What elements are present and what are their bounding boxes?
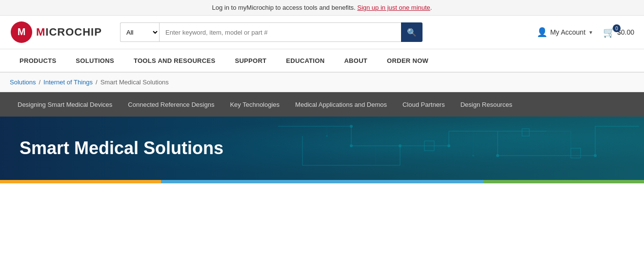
hero-title: Smart Medical Solutions <box>20 138 223 158</box>
sub-nav: Designing Smart Medical Devices Connecte… <box>0 92 644 117</box>
search-category-select[interactable]: All <box>120 22 159 42</box>
my-account-label: My Account <box>550 28 585 36</box>
breadcrumb-solutions[interactable]: Solutions <box>10 79 36 86</box>
search-button[interactable]: 🔍 <box>401 22 423 42</box>
color-bar <box>0 180 644 183</box>
nav-item-support[interactable]: SUPPORT <box>225 49 276 72</box>
nav-item-solutions[interactable]: SOLUTIONS <box>66 49 124 72</box>
subnav-cloud[interactable]: Cloud Partners <box>395 94 453 115</box>
svg-rect-21 <box>522 129 529 136</box>
subnav-key-tech[interactable]: Key Technologies <box>222 94 287 115</box>
svg-point-15 <box>350 144 353 147</box>
subnav-connected[interactable]: Connected Reference Designs <box>120 94 222 115</box>
hero-section: Smart Medical Solutions <box>0 117 644 180</box>
svg-point-14 <box>350 125 353 128</box>
breadcrumb-current: Smart Medical Solutions <box>101 79 169 86</box>
svg-rect-22 <box>571 148 581 158</box>
svg-point-18 <box>496 154 499 157</box>
chevron-down-icon: ▼ <box>588 30 593 35</box>
nav-item-about[interactable]: ABOUT <box>334 49 377 72</box>
svg-point-19 <box>594 154 597 157</box>
main-nav: PRODUCTS SOLUTIONS TOOLS AND RESOURCES S… <box>0 49 644 73</box>
svg-point-29 <box>472 155 474 157</box>
nav-item-products[interactable]: PRODUCTS <box>10 49 66 72</box>
header-right: 👤 My Account ▼ 0 🛒 $0.00 <box>537 26 634 38</box>
cart-button[interactable]: 0 🛒 $0.00 <box>603 26 634 38</box>
cart-badge: 0 <box>613 24 621 32</box>
color-bar-green <box>483 180 644 183</box>
subnav-designing[interactable]: Designing Smart Medical Devices <box>10 94 120 115</box>
circuit-pattern-icon <box>254 117 644 180</box>
logo-text: MICROCHIP <box>36 26 102 39</box>
nav-item-education[interactable]: EDUCATION <box>276 49 334 72</box>
breadcrumb-sep-2: / <box>96 79 98 86</box>
top-banner: Log in to myMicrochip to access tools an… <box>0 0 644 16</box>
header: M MICROCHIP All 🔍 👤 My Account ▼ 0 🛒 $0.… <box>0 16 644 49</box>
search-icon: 🔍 <box>407 28 417 37</box>
nav-item-order[interactable]: ORDER NOW <box>377 49 438 72</box>
subnav-medical-apps[interactable]: Medical Applications and Demos <box>287 94 395 115</box>
user-icon: 👤 <box>537 27 547 38</box>
color-bar-blue <box>161 180 483 183</box>
nav-item-tools[interactable]: TOOLS AND RESOURCES <box>124 49 225 72</box>
breadcrumb-sep-1: / <box>39 79 40 86</box>
search-area: All 🔍 <box>120 22 423 42</box>
search-input[interactable] <box>159 22 401 42</box>
microchip-logo-icon: M <box>10 20 33 44</box>
logo[interactable]: M MICROCHIP <box>10 20 112 44</box>
banner-text: Log in to myMicrochip to access tools an… <box>212 4 358 11</box>
svg-point-28 <box>326 135 328 137</box>
signup-link[interactable]: Sign up in just one minute <box>357 4 430 11</box>
breadcrumb-iot[interactable]: Internet of Things <box>43 79 93 86</box>
svg-point-16 <box>399 144 402 147</box>
my-account-button[interactable]: 👤 My Account ▼ <box>537 27 593 38</box>
breadcrumb: Solutions / Internet of Things / Smart M… <box>0 73 644 92</box>
svg-text:M: M <box>18 26 26 37</box>
subnav-design-resources[interactable]: Design Resources <box>453 94 520 115</box>
color-bar-orange <box>0 180 161 183</box>
svg-point-17 <box>447 144 450 147</box>
